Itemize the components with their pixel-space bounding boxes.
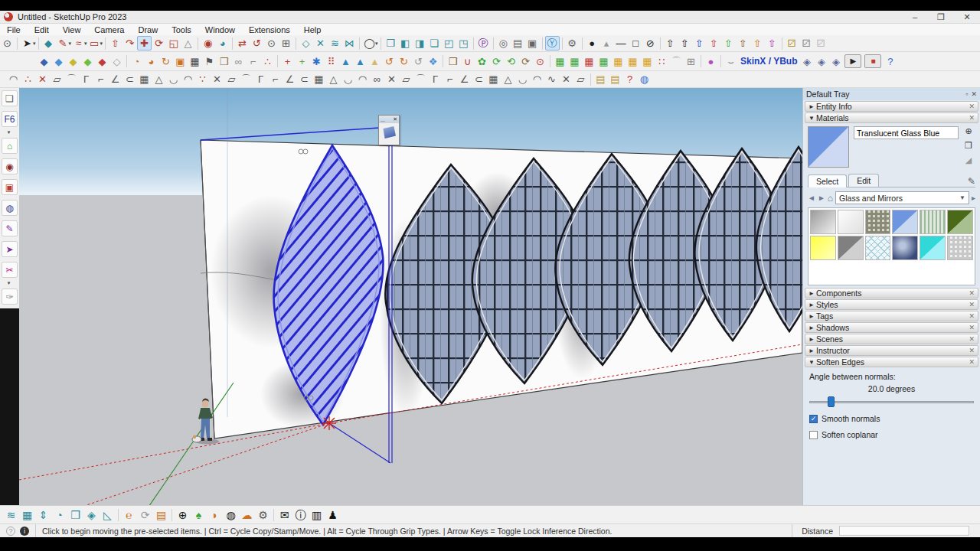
- soften-coplanar-checkbox[interactable]: [809, 431, 818, 439]
- section-close-icon[interactable]: ✕: [969, 324, 975, 331]
- mesh-box-2-icon[interactable]: ▦: [567, 54, 582, 69]
- asterisk-blue-icon[interactable]: ✱: [309, 54, 324, 69]
- sag-tool-icon[interactable]: ◡: [341, 72, 355, 86]
- shape-bender-icon[interactable]: ⌒: [64, 72, 79, 86]
- rgb-cube-icon[interactable]: ▣: [2, 179, 18, 195]
- section-close-icon[interactable]: ✕: [969, 103, 975, 110]
- tent-tool-icon[interactable]: △: [326, 72, 341, 86]
- curl-gray-icon[interactable]: ↺: [411, 54, 426, 69]
- walkthrough-person-dropdown-icon[interactable]: ▾: [375, 41, 378, 47]
- wave-tool-icon[interactable]: ◡: [166, 72, 181, 86]
- shell-curve-icon[interactable]: ⊂: [297, 72, 312, 86]
- info-icon[interactable]: i: [20, 527, 29, 536]
- swatch-gray-mirror[interactable]: [838, 236, 864, 260]
- forward-arrow-icon[interactable]: ►: [818, 194, 825, 202]
- details-arrow-icon[interactable]: ▸: [972, 194, 975, 202]
- skinx-shell-3-icon[interactable]: ◈: [828, 54, 843, 69]
- cloud-upload-icon[interactable]: ☁: [239, 507, 255, 523]
- step-tool-icon[interactable]: Γ: [428, 72, 443, 86]
- swatch-mosaic-tile-glass[interactable]: [865, 210, 891, 234]
- floating-mini-toolbar[interactable]: ... ✕: [378, 115, 400, 145]
- layout-table-icon[interactable]: ▦: [188, 54, 202, 69]
- section-close-icon[interactable]: ✕: [969, 347, 975, 354]
- terrain-from-scratch-icon[interactable]: ▦: [19, 507, 35, 523]
- waterdrop-2-icon[interactable]: ▲: [353, 54, 368, 69]
- cross-green-icon[interactable]: +: [295, 54, 309, 69]
- grid-yellow-1-icon[interactable]: ▦: [611, 54, 626, 69]
- component-make-icon[interactable]: ❒: [384, 36, 398, 51]
- style-box-blue-hash-icon[interactable]: ◆: [37, 54, 51, 69]
- terrain-smoove-icon[interactable]: ⇕: [35, 507, 51, 523]
- cube-pencil-icon[interactable]: ✎: [2, 220, 18, 236]
- follow-me-icon[interactable]: ↷: [122, 36, 137, 51]
- dice-silver-icon[interactable]: ⚂: [799, 36, 814, 51]
- scoop-tool-icon[interactable]: ⊂: [472, 72, 486, 86]
- account-person-icon[interactable]: ♟: [325, 507, 341, 523]
- menu-view[interactable]: View: [56, 25, 88, 34]
- style-box-blue-icon[interactable]: ◆: [51, 54, 66, 69]
- in-model-home-icon[interactable]: ⌂: [828, 193, 833, 204]
- grid-points-icon[interactable]: ⠿: [324, 54, 338, 69]
- magenta-tools-icon[interactable]: ✂: [2, 262, 18, 278]
- section-styles[interactable]: ► Styles ✕: [805, 299, 978, 310]
- menu-help[interactable]: Help: [297, 25, 328, 34]
- section-close-icon[interactable]: ✕: [969, 289, 975, 297]
- feedback-mail-icon[interactable]: ✉: [276, 507, 292, 523]
- section-components[interactable]: ► Components ✕: [805, 288, 978, 298]
- spiral-shell-2-icon[interactable]: ◕: [144, 54, 158, 69]
- dice-gold-icon[interactable]: ⚂: [785, 36, 799, 51]
- swatch-translucent-glass-blue[interactable]: [892, 210, 918, 234]
- extrude-edges-icon[interactable]: Γ: [79, 72, 93, 86]
- eraser-icon[interactable]: ◆: [41, 36, 56, 51]
- zoom-window-icon[interactable]: ⊙: [264, 36, 279, 51]
- swatch-translucent-cyan[interactable]: [920, 236, 946, 260]
- select-dropdown-icon[interactable]: ▾: [33, 41, 36, 47]
- cube-cursor-icon[interactable]: ➤: [2, 241, 18, 257]
- arc-blend-icon[interactable]: ⌒: [239, 72, 253, 86]
- orange-square-icon[interactable]: ▣: [173, 54, 188, 69]
- curl-orange-2-icon[interactable]: ↻: [397, 54, 411, 69]
- settings-gear-icon[interactable]: ⚙: [565, 36, 580, 51]
- section-materials[interactable]: ▼ Materials ✕: [805, 112, 978, 123]
- page-curl-icon[interactable]: ❏: [2, 90, 18, 106]
- ribbon-green-icon[interactable]: ✿: [475, 54, 489, 69]
- swatch-dark-green-glass[interactable]: [947, 210, 973, 234]
- paint-bucket-icon[interactable]: ◕: [215, 36, 230, 51]
- swatch-gray-glass-gradient[interactable]: [810, 210, 836, 234]
- loop-tool-icon[interactable]: ◠: [181, 72, 195, 86]
- swatch-cloudy-sky-glass[interactable]: [892, 236, 918, 260]
- quad-mesh-icon[interactable]: ▦: [312, 72, 326, 86]
- grid-yellow-3-icon[interactable]: ▦: [640, 54, 655, 69]
- rectangle-dropdown-icon[interactable]: ▾: [100, 41, 103, 47]
- diamond-compass-icon[interactable]: ❖: [426, 54, 440, 69]
- twist-tool-icon[interactable]: ∿: [544, 72, 559, 86]
- face-square-icon[interactable]: □: [629, 36, 643, 51]
- create-material-button[interactable]: ⊕: [965, 126, 972, 136]
- knot-tool-icon[interactable]: ∞: [370, 72, 384, 86]
- skew-tool-icon[interactable]: ▱: [573, 72, 588, 86]
- swatch-translucent-white[interactable]: [838, 210, 864, 234]
- layer-arrow-dark-icon[interactable]: ⇧: [678, 36, 692, 51]
- eyedropper-icon[interactable]: ✎: [968, 176, 975, 187]
- chain-link-icon[interactable]: ∞: [231, 54, 246, 69]
- curve-handles-icon[interactable]: ⌒: [669, 54, 684, 69]
- angle-slider[interactable]: [809, 396, 974, 407]
- curviloft-skin-icon[interactable]: ✕: [35, 72, 50, 86]
- component-align-icon[interactable]: ◳: [456, 36, 471, 51]
- layer-arrow-red-icon[interactable]: ⇧: [707, 36, 721, 51]
- photo-camera-icon[interactable]: ▣: [525, 36, 540, 51]
- measurement-input[interactable]: [839, 526, 969, 536]
- skinx-shell-2-icon[interactable]: ◈: [814, 54, 828, 69]
- layer-arrow-brown-icon[interactable]: ⇧: [736, 36, 750, 51]
- push-pull-icon[interactable]: ⇧: [108, 36, 122, 51]
- style-box-white-icon[interactable]: ◇: [109, 54, 124, 69]
- drop-to-ground-icon[interactable]: ≋: [328, 36, 342, 51]
- green-arch-icon[interactable]: ⌂: [2, 138, 18, 154]
- color-wheel-icon[interactable]: ●: [704, 54, 718, 69]
- ybub-tool-icon[interactable]: Ⓨ: [545, 36, 560, 51]
- rotate-icon[interactable]: ⟳: [152, 36, 166, 51]
- guide-point-icon[interactable]: ▴: [599, 36, 614, 51]
- tray-close-icon[interactable]: ✕: [971, 90, 977, 98]
- skinx-stop-icon[interactable]: ■: [864, 54, 881, 68]
- zoom-tool-icon[interactable]: ⊙: [0, 36, 15, 51]
